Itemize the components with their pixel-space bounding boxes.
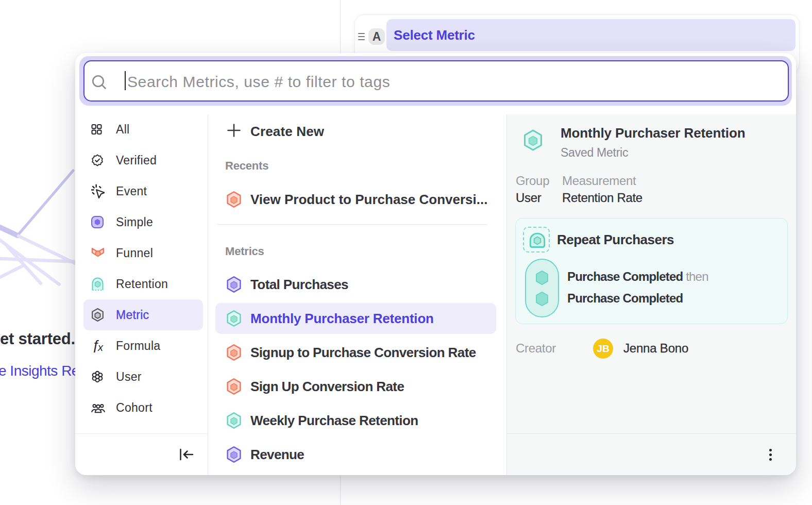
svg-text:x: x xyxy=(97,342,104,352)
